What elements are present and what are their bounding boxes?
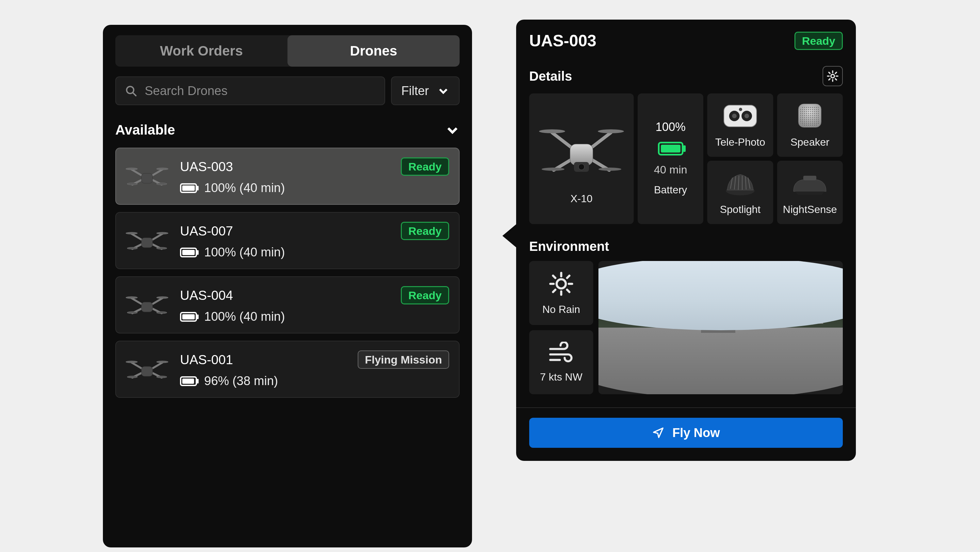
search-icon xyxy=(124,84,137,97)
svg-line-74 xyxy=(567,276,570,278)
battery-label: Battery xyxy=(654,184,687,196)
spotlight-icon xyxy=(721,168,760,199)
svg-point-43 xyxy=(539,129,565,133)
svg-line-39 xyxy=(552,133,573,149)
drone-image-icon xyxy=(534,113,629,188)
module-telephoto: Tele-Photo xyxy=(707,94,773,157)
chevron-down-icon xyxy=(438,85,449,97)
svg-rect-28 xyxy=(142,302,153,312)
svg-point-36 xyxy=(156,376,167,378)
battery-text: 100% (40 min) xyxy=(204,245,285,259)
svg-rect-19 xyxy=(142,238,153,248)
drone-card[interactable]: UAS-003 Ready 100% (40 min) xyxy=(115,148,460,205)
svg-line-75 xyxy=(553,290,555,292)
battery-percent: 100% xyxy=(655,120,686,134)
svg-point-17 xyxy=(127,247,137,249)
env-wind-label: 7 kts NW xyxy=(540,371,582,383)
drone-icon xyxy=(126,355,168,384)
speaker-icon xyxy=(792,100,828,132)
svg-point-67 xyxy=(557,279,566,288)
svg-point-44 xyxy=(598,129,624,133)
svg-point-6 xyxy=(126,168,137,170)
svg-point-16 xyxy=(156,232,168,234)
battery-icon xyxy=(180,312,197,322)
battery-icon xyxy=(180,376,197,386)
divider xyxy=(516,407,856,408)
status-badge: Ready xyxy=(401,286,449,304)
detail-title: UAS-003 xyxy=(529,31,597,50)
svg-line-20 xyxy=(132,298,143,305)
svg-point-7 xyxy=(156,168,168,170)
tab-work-orders[interactable]: Work Orders xyxy=(115,35,288,67)
drone-list: UAS-003 Ready 100% (40 min) xyxy=(115,148,460,398)
battery-text: 100% (40 min) xyxy=(204,310,285,324)
detail-drone-image: X-10 xyxy=(529,94,634,224)
sun-icon xyxy=(548,271,574,297)
available-section-header[interactable]: Available xyxy=(115,122,460,138)
filter-label: Filter xyxy=(401,84,429,98)
telephoto-label: Tele-Photo xyxy=(715,136,765,148)
svg-point-26 xyxy=(127,312,137,313)
drone-thumb xyxy=(126,162,168,191)
svg-point-9 xyxy=(156,183,167,185)
filter-button[interactable]: Filter xyxy=(391,76,460,105)
module-nightsense: NightSense xyxy=(777,161,843,224)
environment-row: No Rain 7 kts NW xyxy=(529,261,843,394)
svg-point-27 xyxy=(156,312,167,313)
battery-time: 40 min xyxy=(654,163,687,176)
drone-name: UAS-003 xyxy=(180,159,233,174)
battery-text: 96% (38 min) xyxy=(204,374,278,388)
settings-button[interactable] xyxy=(822,66,843,86)
tab-drones[interactable]: Drones xyxy=(288,35,460,67)
chevron-down-icon xyxy=(445,123,460,137)
search-input[interactable] xyxy=(145,84,376,98)
svg-line-11 xyxy=(132,234,143,240)
drone-list-panel: Work Orders Drones Filter xyxy=(103,25,472,547)
svg-line-1 xyxy=(133,93,136,96)
drone-card[interactable]: UAS-007 Ready 100% (40 min) xyxy=(115,212,460,269)
module-spotlight: Spotlight xyxy=(707,161,773,224)
env-rain-label: No Rain xyxy=(542,304,580,315)
env-wind-tile: 7 kts NW xyxy=(529,330,593,394)
svg-point-54 xyxy=(745,114,749,118)
gear-icon xyxy=(826,70,839,83)
details-grid: X-10 Tele-Photo xyxy=(529,94,843,224)
tabs: Work Orders Drones xyxy=(115,35,460,67)
svg-point-46 xyxy=(598,167,621,171)
battery-icon xyxy=(180,248,197,258)
svg-line-30 xyxy=(151,363,162,369)
telephoto-icon xyxy=(721,100,760,132)
svg-rect-10 xyxy=(142,173,153,183)
svg-line-29 xyxy=(132,363,143,369)
app-canvas: Work Orders Drones Filter xyxy=(0,0,980,552)
nightsense-icon xyxy=(789,168,831,199)
drone-card[interactable]: UAS-001 Flying Mission 96% (38 min) xyxy=(115,340,460,398)
fly-now-button[interactable]: Fly Now xyxy=(529,418,843,448)
navigate-icon xyxy=(652,426,665,439)
drone-name: UAS-007 xyxy=(180,224,233,239)
svg-point-45 xyxy=(542,167,565,171)
svg-point-49 xyxy=(579,164,584,170)
spotlight-label: Spotlight xyxy=(720,204,761,216)
svg-line-72 xyxy=(553,276,555,278)
fly-now-label: Fly Now xyxy=(672,426,720,440)
detail-status-badge: Ready xyxy=(794,32,843,50)
module-speaker: Speaker xyxy=(777,94,843,157)
drone-card[interactable]: UAS-004 Ready 100% (40 min) xyxy=(115,276,460,334)
camera-preview xyxy=(598,261,843,394)
drone-icon xyxy=(126,290,168,320)
drone-detail-panel: UAS-003 Ready Details xyxy=(516,20,856,461)
svg-point-15 xyxy=(126,232,137,234)
svg-line-2 xyxy=(132,170,143,176)
battery-icon xyxy=(180,183,197,193)
search-box[interactable] xyxy=(115,76,385,105)
svg-line-12 xyxy=(151,234,162,240)
module-battery: 100% 40 min Battery xyxy=(638,94,703,224)
svg-line-73 xyxy=(567,290,570,292)
drone-icon xyxy=(126,162,168,191)
environment-section-title: Environment xyxy=(529,239,609,254)
status-badge: Ready xyxy=(401,157,449,176)
svg-rect-58 xyxy=(800,106,819,126)
svg-point-25 xyxy=(156,297,168,299)
svg-line-40 xyxy=(590,133,611,149)
